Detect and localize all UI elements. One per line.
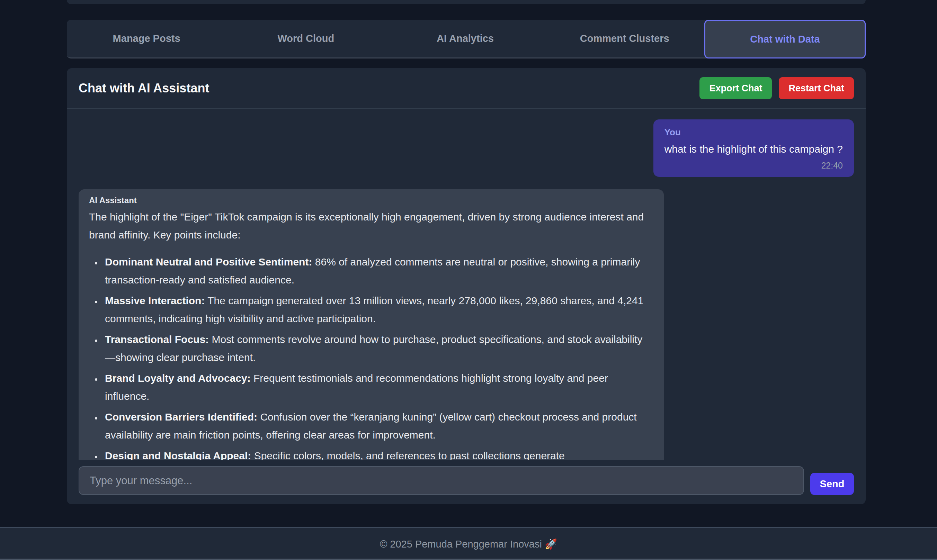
tab-ai-analytics[interactable]: AI Analytics [385, 20, 545, 57]
page-footer: © 2025 Pemuda Penggemar Inovasi 🚀 [0, 527, 937, 560]
list-item: Massive Interaction: The campaign genera… [102, 292, 650, 328]
previous-card-edge [67, 0, 866, 4]
ai-message-intro: The highlight of the "Eiger" TikTok camp… [89, 208, 650, 244]
bullet-title: Brand Loyalty and Advocacy: [105, 372, 251, 384]
list-item: Dominant Neutral and Positive Sentiment:… [102, 253, 650, 289]
ai-message-bullet-list: Dominant Neutral and Positive Sentiment:… [89, 253, 650, 460]
chat-panel-header: Chat with AI Assistant Export Chat Resta… [67, 68, 866, 109]
bullet-title: Conversion Barriers Identified: [105, 411, 257, 423]
tab-manage-posts[interactable]: Manage Posts [67, 20, 226, 57]
send-button[interactable]: Send [810, 473, 854, 495]
list-item: Conversion Barriers Identified: Confusio… [102, 408, 650, 444]
list-item: Design and Nostalgia Appeal: Specific co… [102, 447, 650, 460]
bullet-title: Dominant Neutral and Positive Sentiment: [105, 256, 312, 268]
header-actions: Export Chat Restart Chat [700, 77, 854, 99]
chat-message-list[interactable]: You what is the highlight of this campai… [67, 109, 866, 460]
bullet-title: Design and Nostalgia Appeal: [105, 450, 251, 460]
user-message-text: what is the highlight of this campaign ? [664, 142, 843, 157]
list-item: Brand Loyalty and Advocacy: Frequent tes… [102, 369, 650, 405]
user-message-sender: You [664, 127, 843, 138]
tab-chat-with-data[interactable]: Chat with Data [704, 20, 866, 58]
chat-panel: Chat with AI Assistant Export Chat Resta… [67, 68, 866, 504]
tab-word-cloud[interactable]: Word Cloud [226, 20, 385, 57]
tab-bar: Manage Posts Word Cloud AI Analytics Com… [67, 20, 866, 58]
copyright-text: © 2025 Pemuda Penggemar Inovasi 🚀 [380, 538, 557, 550]
tab-comment-clusters[interactable]: Comment Clusters [545, 20, 704, 57]
user-message-timestamp: 22:40 [664, 161, 843, 171]
list-item: Transactional Focus: Most comments revol… [102, 331, 650, 366]
chat-input-row: Send [67, 460, 866, 504]
message-input[interactable] [79, 466, 804, 495]
bullet-text: Specific colors, models, and references … [251, 450, 564, 460]
user-message-bubble: You what is the highlight of this campai… [653, 119, 854, 177]
bullet-title: Transactional Focus: [105, 334, 209, 345]
app-screen: Manage Posts Word Cloud AI Analytics Com… [0, 0, 937, 560]
page-title: Chat with AI Assistant [79, 81, 209, 95]
ai-message-bubble: AI Assistant The highlight of the "Eiger… [79, 189, 664, 460]
restart-chat-button[interactable]: Restart Chat [779, 77, 854, 99]
ai-message-sender: AI Assistant [89, 195, 650, 205]
export-chat-button[interactable]: Export Chat [700, 77, 772, 99]
bullet-title: Massive Interaction: [105, 295, 205, 306]
